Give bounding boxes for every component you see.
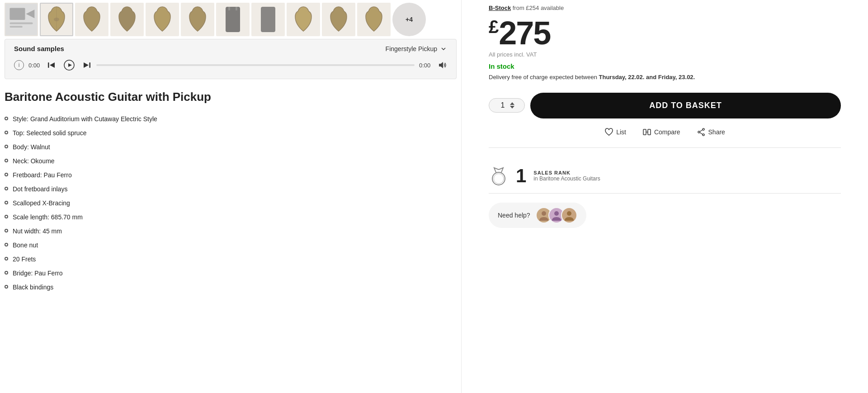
svg-point-28 (542, 211, 546, 216)
heart-icon (604, 128, 613, 137)
svg-rect-19 (648, 129, 651, 135)
skip-back-button[interactable] (47, 60, 57, 70)
volume-button[interactable] (437, 60, 447, 70)
list-item: 20 Frets (5, 252, 457, 266)
thumbnail-2[interactable] (75, 3, 108, 36)
list-item: Style: Grand Auditorium with Cutaway Ele… (5, 112, 457, 126)
list-item: Black bindings (5, 280, 457, 294)
svg-rect-10 (261, 7, 275, 32)
svg-rect-8 (228, 7, 230, 10)
bullet-icon (5, 145, 8, 148)
play-button[interactable] (61, 57, 77, 73)
bstock-anchor[interactable]: B-Stock (489, 5, 511, 11)
list-item: Scale length: 685.70 mm (5, 210, 457, 224)
svg-rect-1 (9, 8, 25, 19)
price-value: 275 (499, 15, 550, 51)
add-to-basket-button[interactable]: ADD TO BASKET (530, 93, 841, 118)
svg-point-30 (567, 211, 571, 216)
svg-marker-14 (68, 63, 72, 67)
avatar-3 (561, 207, 577, 223)
vat-note: All prices incl. VAT (489, 51, 841, 58)
skip-back-icon (47, 61, 56, 69)
svg-point-21 (703, 128, 704, 130)
list-item: Scalloped X-Bracing (5, 196, 457, 210)
thumbnail-7[interactable] (251, 3, 285, 36)
bullet-icon (5, 271, 8, 275)
svg-point-23 (703, 134, 704, 136)
spec-text: Bridge: Pau Ferro (13, 269, 63, 278)
rank-category: in Baritone Acoustic Guitars (533, 175, 600, 182)
spec-text: Body: Walnut (13, 142, 50, 152)
bullet-icon (5, 173, 8, 176)
spec-text: 20 Frets (13, 255, 36, 264)
time-total: 0:00 (419, 62, 433, 69)
svg-point-22 (698, 131, 700, 133)
thumbnail-10[interactable] (357, 3, 391, 36)
product-title: Baritone Acoustic Guitar with Pickup (0, 79, 461, 112)
bullet-icon (5, 243, 8, 246)
quantity-arrows[interactable] (510, 102, 514, 109)
pickup-selector[interactable]: Fingerstyle Pickup (386, 45, 447, 52)
thumbnail-3[interactable] (110, 3, 144, 36)
play-icon (64, 60, 75, 71)
sales-rank-section: 1 SALES RANK in Baritone Acoustic Guitar… (489, 159, 841, 194)
rank-label: SALES RANK (533, 170, 600, 175)
bullet-icon (5, 187, 8, 190)
pickup-chevron-icon (440, 45, 447, 52)
right-panel: B-Stock from £254 available £275 All pri… (461, 0, 868, 393)
time-elapsed: 0:00 (28, 62, 42, 69)
svg-line-25 (700, 133, 703, 134)
bullet-icon (5, 229, 8, 232)
pickup-label: Fingerstyle Pickup (386, 45, 437, 52)
thumbnail-5[interactable] (181, 3, 214, 36)
left-panel: +4 Sound samples Fingerstyle Pickup i 0:… (0, 0, 461, 393)
audio-info-button[interactable]: i (14, 60, 24, 70)
list-button[interactable]: List (604, 128, 626, 137)
svg-marker-17 (439, 62, 443, 68)
rank-text: SALES RANK in Baritone Acoustic Guitars (533, 170, 600, 182)
spec-text: Nut width: 45 mm (13, 227, 62, 236)
delivery-info: Delivery free of charge expected between… (489, 73, 841, 82)
quantity-increase-button[interactable] (510, 102, 514, 105)
thumbnail-6[interactable] (216, 3, 250, 36)
thumbnail-9[interactable] (322, 3, 355, 36)
svg-line-24 (700, 130, 703, 132)
spec-text: Scale length: 685.70 mm (13, 213, 83, 222)
spec-text: Style: Grand Auditorium with Cutaway Ele… (13, 114, 157, 124)
more-thumbnails-button[interactable]: +4 (392, 3, 426, 36)
quantity-decrease-button[interactable] (510, 106, 514, 109)
svg-point-27 (494, 174, 504, 184)
action-row: List Compare Share (489, 128, 841, 148)
spec-text: Fretboard: Pau Ferro (13, 170, 72, 180)
list-item: Top: Selected solid spruce (5, 126, 457, 140)
share-button[interactable]: Share (697, 128, 725, 137)
bullet-icon (5, 285, 8, 289)
stock-status: In stock (489, 62, 841, 70)
thumbnail-4[interactable] (146, 3, 179, 36)
svg-point-26 (492, 172, 505, 185)
skip-forward-button[interactable] (82, 60, 92, 70)
delivery-text: Delivery free of charge expected between (489, 74, 599, 80)
bullet-icon (5, 117, 8, 120)
bullet-icon (5, 159, 8, 162)
compare-button[interactable]: Compare (642, 128, 680, 137)
sound-samples-section: Sound samples Fingerstyle Pickup i 0:00 (5, 39, 457, 79)
thumbnail-1[interactable] (40, 3, 73, 36)
list-item: Neck: Okoume (5, 154, 457, 168)
bullet-icon (5, 257, 8, 260)
thumbnail-8[interactable] (287, 3, 320, 36)
video-thumbnail[interactable] (5, 3, 38, 36)
audio-progress-bar[interactable] (96, 64, 415, 66)
spec-list: Style: Grand Auditorium with Cutaway Ele… (0, 112, 461, 294)
need-help-section[interactable]: Need help? (489, 203, 586, 228)
quantity-stepper[interactable]: 1 (489, 98, 525, 113)
list-item: Bone nut (5, 238, 457, 252)
person-icon (563, 209, 576, 222)
list-item: Dot fretboard inlays (5, 182, 457, 196)
list-label: List (616, 128, 626, 136)
avatar-group (536, 207, 577, 223)
svg-rect-4 (9, 26, 22, 28)
bstock-link: B-Stock from £254 available (489, 5, 841, 11)
spec-text: Scalloped X-Bracing (13, 199, 70, 208)
svg-rect-18 (643, 129, 646, 135)
